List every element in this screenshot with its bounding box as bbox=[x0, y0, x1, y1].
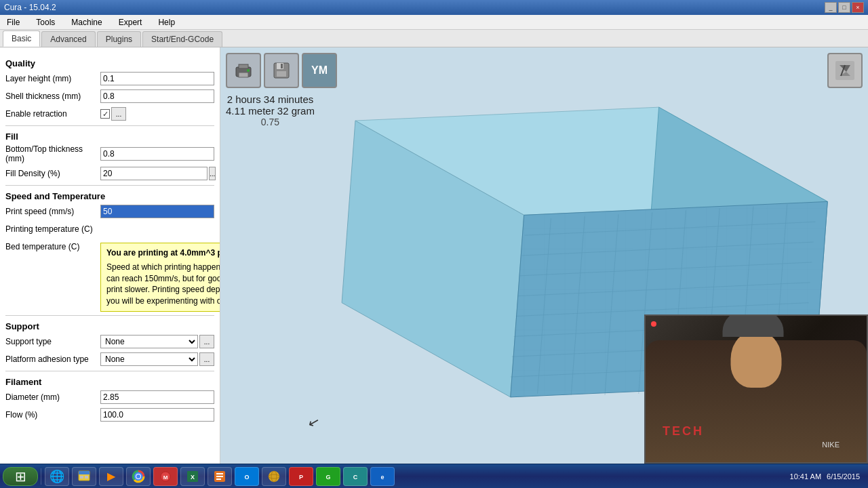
clock-time: 10:41 AM bbox=[790, 472, 821, 481]
view-mode-icon[interactable] bbox=[827, 53, 863, 88]
taskbar-chrome-icon[interactable] bbox=[126, 467, 151, 486]
speed-support-divider bbox=[5, 315, 214, 316]
tooltip-line2: Speed at which printing happens. A well … bbox=[106, 262, 220, 307]
menu-expert[interactable]: Expert bbox=[115, 16, 146, 28]
viewport-3d[interactable]: YM 2 hours 34 minutes 4.11 meter 32 gram… bbox=[220, 47, 868, 464]
fill-density-row: Fill Density (%) ... bbox=[5, 166, 214, 181]
tab-start-end-gcode[interactable]: Start/End-GCode bbox=[142, 31, 222, 47]
svg-point-50 bbox=[269, 471, 279, 482]
support-filament-divider bbox=[5, 371, 214, 371]
shell-thickness-row: Shell thickness (mm) bbox=[5, 89, 214, 104]
settings-panel: Quality Layer height (mm) Shell thicknes… bbox=[0, 47, 220, 464]
diameter-input[interactable] bbox=[100, 390, 214, 404]
taskbar: ⊞ 🌐 ▶ M X bbox=[0, 464, 868, 488]
layer-height-input[interactable] bbox=[100, 72, 214, 85]
svg-text:X: X bbox=[191, 474, 195, 481]
platform-adhesion-label: Platform adhesion type bbox=[5, 354, 100, 364]
menu-machine[interactable]: Machine bbox=[67, 16, 106, 28]
svg-text:P: P bbox=[299, 474, 303, 481]
taskbar-sphere-icon[interactable] bbox=[262, 467, 286, 486]
quality-section-title: Quality bbox=[5, 58, 214, 68]
filament-section-title: Filament bbox=[5, 377, 214, 387]
tabs-bar: Basic Advanced Plugins Start/End-GCode bbox=[0, 30, 868, 47]
menu-help[interactable]: Help bbox=[154, 16, 179, 28]
minimize-button[interactable]: _ bbox=[825, 2, 837, 13]
menubar: File Tools Machine Expert Help bbox=[0, 15, 868, 30]
start-button[interactable]: ⊞ bbox=[3, 467, 38, 486]
bottom-top-input[interactable] bbox=[100, 147, 214, 161]
support-type-label: Support type bbox=[5, 337, 100, 346]
tooltip-line1: You are printing at 4.0mm^3 per second bbox=[106, 247, 220, 259]
svg-text:G: G bbox=[326, 474, 330, 481]
svg-rect-45 bbox=[216, 473, 223, 474]
enable-retraction-row: Enable retraction ... bbox=[5, 106, 214, 121]
platform-adhesion-options-button[interactable]: ... bbox=[199, 352, 214, 366]
svg-text:O: O bbox=[244, 474, 249, 481]
tooltip-popup: You are printing at 4.0mm^3 per second S… bbox=[100, 243, 220, 312]
menu-tools[interactable]: Tools bbox=[32, 16, 59, 28]
webcam-brand: NIKE bbox=[822, 441, 840, 449]
svg-rect-36 bbox=[85, 476, 88, 479]
taskbar-explorer-icon[interactable] bbox=[72, 467, 96, 486]
taskbar-orange-icon[interactable] bbox=[208, 467, 232, 486]
support-type-row: Support type None Touching buildplate Ev… bbox=[5, 334, 214, 349]
tab-plugins[interactable]: Plugins bbox=[97, 31, 141, 47]
webcam-logo: TECH bbox=[663, 424, 704, 439]
support-type-options-button[interactable]: ... bbox=[199, 335, 214, 348]
svg-rect-35 bbox=[80, 476, 83, 479]
print-speed-row: Print speed (mm/s) bbox=[5, 204, 214, 219]
layer-height-label: Layer height (mm) bbox=[5, 74, 100, 83]
tab-basic[interactable]: Basic bbox=[3, 30, 40, 47]
quality-fill-divider bbox=[5, 125, 214, 126]
taskbar-ie2-icon[interactable]: e bbox=[370, 467, 395, 486]
bottom-top-label: Bottom/Top thickness (mm) bbox=[5, 144, 100, 163]
taskbar-separator-1 bbox=[41, 468, 41, 485]
support-section-title: Support bbox=[5, 321, 214, 331]
menu-file[interactable]: File bbox=[3, 16, 24, 28]
fill-section-title: Fill bbox=[5, 131, 214, 142]
enable-retraction-checkbox[interactable] bbox=[100, 109, 110, 119]
printing-temp-label: Printing temperature (C) bbox=[5, 224, 100, 234]
titlebar: Cura - 15.04.2 _ □ × bbox=[0, 0, 868, 15]
svg-rect-46 bbox=[216, 476, 223, 477]
tab-advanced[interactable]: Advanced bbox=[41, 31, 95, 47]
svg-text:M: M bbox=[163, 474, 168, 481]
system-tray: 10:41 AM 6/15/2015 bbox=[790, 472, 865, 481]
taskbar-excel-icon[interactable]: X bbox=[180, 467, 205, 486]
flow-row: Flow (%) bbox=[5, 407, 214, 422]
shell-thickness-input[interactable] bbox=[100, 89, 214, 103]
main-content: Quality Layer height (mm) Shell thicknes… bbox=[0, 47, 868, 464]
taskbar-teal-icon[interactable]: C bbox=[343, 467, 368, 486]
taskbar-red-app-icon[interactable]: M bbox=[153, 467, 178, 486]
taskbar-green-icon[interactable]: G bbox=[316, 467, 340, 486]
support-type-dropdown[interactable]: None Touching buildplate Everywhere bbox=[100, 335, 198, 348]
fill-density-options-button[interactable]: ... bbox=[209, 167, 216, 180]
webcam-feed: TECH NIKE bbox=[646, 316, 867, 462]
enable-retraction-options-button[interactable]: ... bbox=[111, 107, 126, 121]
close-button[interactable]: × bbox=[852, 2, 864, 13]
print-speed-input[interactable] bbox=[100, 205, 214, 218]
window-controls[interactable]: _ □ × bbox=[825, 2, 864, 13]
fill-density-input[interactable] bbox=[100, 167, 208, 180]
taskbar-paint-icon[interactable]: P bbox=[289, 467, 313, 486]
layer-height-row: Layer height (mm) bbox=[5, 71, 214, 86]
speed-temp-section-title: Speed and Temperature bbox=[5, 191, 214, 201]
maximize-button[interactable]: □ bbox=[838, 2, 850, 13]
diameter-row: Diameter (mm) bbox=[5, 390, 214, 405]
bed-temp-label: Bed temperature (C) bbox=[5, 242, 100, 251]
shell-thickness-label: Shell thickness (mm) bbox=[5, 92, 100, 101]
bottom-top-thickness-row: Bottom/Top thickness (mm) bbox=[5, 144, 214, 163]
taskbar-ie-icon[interactable]: 🌐 bbox=[45, 467, 69, 486]
platform-adhesion-dropdown[interactable]: None Brim Raft bbox=[100, 352, 198, 366]
svg-rect-34 bbox=[79, 471, 90, 474]
svg-text:C: C bbox=[353, 474, 358, 481]
webcam-overlay: TECH NIKE bbox=[644, 314, 868, 464]
diameter-label: Diameter (mm) bbox=[5, 392, 100, 402]
fill-density-label: Fill Density (%) bbox=[5, 169, 100, 178]
printing-temp-row: Printing temperature (C) bbox=[5, 222, 214, 237]
taskbar-outlook-icon[interactable]: O bbox=[235, 467, 259, 486]
flow-input[interactable] bbox=[100, 408, 214, 422]
svg-text:e: e bbox=[380, 474, 384, 481]
taskbar-media-icon[interactable]: ▶ bbox=[99, 467, 123, 486]
svg-point-39 bbox=[136, 474, 140, 479]
